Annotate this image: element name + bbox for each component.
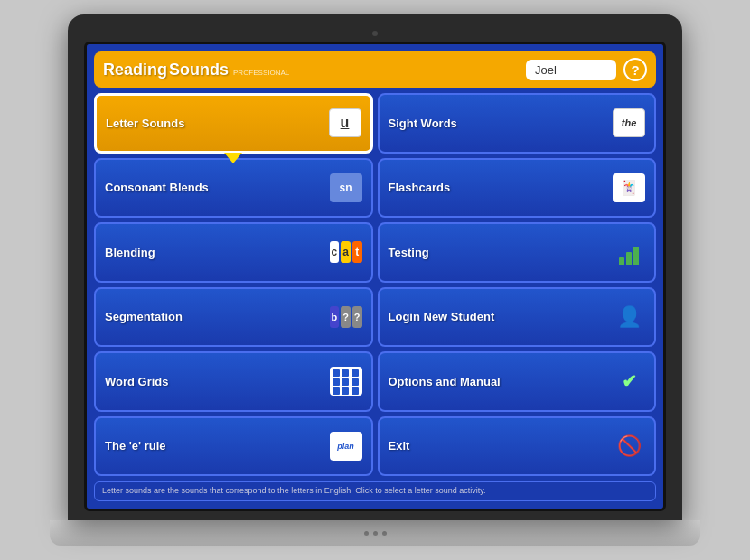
flashcards-icon: 🃏 xyxy=(613,173,645,202)
consonant-blends-label: Consonant Blends xyxy=(105,181,209,194)
app-header: ReadingSounds PROFESSIONAL ? xyxy=(94,51,656,88)
options-manual-label: Options and Manual xyxy=(389,375,501,388)
menu-btn-sight-words[interactable]: Sight Words the xyxy=(378,93,657,154)
laptop-outer: ReadingSounds PROFESSIONAL ? Letter Soun… xyxy=(68,14,682,520)
segmentation-icon: b?? xyxy=(330,303,362,331)
user-input[interactable] xyxy=(526,60,616,80)
menu-grid: Letter Sounds u Sight Words the Consonan… xyxy=(94,93,656,476)
menu-btn-consonant-blends[interactable]: Consonant Blends sn xyxy=(94,158,373,219)
laptop-base-dots xyxy=(364,531,387,536)
laptop-container: ReadingSounds PROFESSIONAL ? Letter Soun… xyxy=(50,14,700,546)
dot-1 xyxy=(364,531,369,536)
login-new-student-label: Login New Student xyxy=(389,310,495,323)
menu-btn-blending[interactable]: Blending cat xyxy=(94,222,373,283)
menu-btn-options-manual[interactable]: Options and Manual ✔ xyxy=(378,351,657,412)
word-grids-label: Word Grids xyxy=(105,375,169,388)
login-new-student-icon: 👤 xyxy=(613,303,645,331)
menu-btn-letter-sounds[interactable]: Letter Sounds u xyxy=(94,93,373,154)
segmentation-label: Segmentation xyxy=(105,310,183,323)
options-manual-icon: ✔ xyxy=(613,367,645,396)
dot-2 xyxy=(373,531,378,536)
exit-label: Exit xyxy=(389,439,410,453)
status-bar: Letter sounds are the sounds that corres… xyxy=(94,481,656,501)
word-grids-icon xyxy=(330,367,362,396)
laptop-screen: ReadingSounds PROFESSIONAL ? Letter Soun… xyxy=(84,42,666,511)
menu-btn-exit[interactable]: Exit 🚫 xyxy=(378,416,657,477)
menu-btn-flashcards[interactable]: Flashcards 🃏 xyxy=(378,158,657,219)
letter-sounds-icon: u xyxy=(329,108,361,137)
status-text: Letter sounds are the sounds that corres… xyxy=(102,486,486,495)
app-logo: ReadingSounds PROFESSIONAL xyxy=(103,61,289,79)
e-rule-icon: plan xyxy=(330,432,362,461)
exit-icon: 🚫 xyxy=(613,432,645,461)
menu-btn-segmentation[interactable]: Segmentation b?? xyxy=(94,287,373,348)
testing-label: Testing xyxy=(389,246,429,259)
dot-3 xyxy=(382,531,387,536)
blending-icon: cat xyxy=(330,238,362,266)
letter-sounds-label: Letter Sounds xyxy=(106,117,184,130)
sight-words-label: Sight Words xyxy=(389,117,457,130)
menu-btn-e-rule[interactable]: The 'e' rule plan xyxy=(94,416,373,477)
flashcards-label: Flashcards xyxy=(389,181,451,194)
logo-sounds: Sounds xyxy=(169,61,229,79)
header-right: ? xyxy=(526,58,647,81)
e-rule-label: The 'e' rule xyxy=(105,439,166,453)
logo-pro-label: PROFESSIONAL xyxy=(233,69,289,77)
consonant-blends-icon: sn xyxy=(330,173,362,202)
sight-words-icon: the xyxy=(613,108,645,137)
menu-btn-word-grids[interactable]: Word Grids xyxy=(94,351,373,412)
active-arrow xyxy=(224,153,242,163)
laptop-base xyxy=(50,520,700,546)
app-container: ReadingSounds PROFESSIONAL ? Letter Soun… xyxy=(87,44,663,509)
blending-label: Blending xyxy=(105,246,155,259)
testing-icon xyxy=(613,238,645,266)
webcam xyxy=(372,31,378,36)
menu-btn-login-new-student[interactable]: Login New Student 👤 xyxy=(378,287,657,348)
menu-btn-testing[interactable]: Testing xyxy=(378,222,657,283)
help-button[interactable]: ? xyxy=(623,58,647,81)
logo-reading: Reading xyxy=(103,61,167,79)
